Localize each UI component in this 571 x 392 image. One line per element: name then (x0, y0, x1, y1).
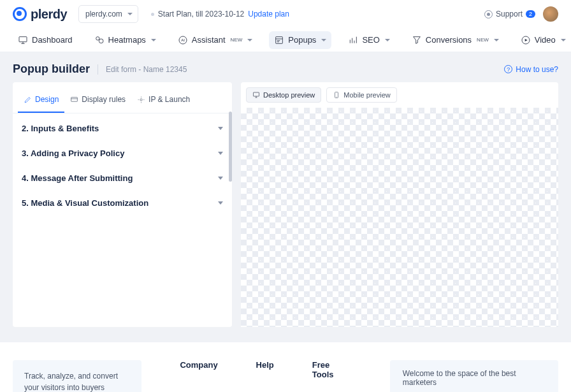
monitor-icon (18, 35, 28, 45)
footer-col-free-tools: Free Tools (312, 360, 352, 386)
footer-tagline: Track, analyze, and convert your visitor… (24, 372, 118, 392)
chevron-down-icon (218, 152, 223, 155)
update-plan-link[interactable]: Update plan (248, 10, 289, 18)
heatmap-icon (94, 35, 105, 45)
mobile-icon (333, 91, 340, 99)
footer-tagline-card: Track, analyze, and convert your visitor… (13, 360, 141, 392)
nav-assistant-badge: NEW (231, 37, 243, 43)
footer-promo: Welcome to the space of the best markete… (390, 360, 558, 392)
nav-video[interactable]: Video (516, 31, 571, 49)
svg-rect-7 (276, 36, 283, 43)
page-header: Popup builder Edit form - Name 12345 ? H… (13, 62, 558, 76)
domain-select-value: plerdy.com (85, 10, 122, 18)
brush-icon (24, 96, 32, 104)
nav-dashboard-label: Dashboard (32, 35, 73, 45)
svg-rect-20 (254, 92, 259, 96)
footer-free-tools-heading: Free Tools (312, 360, 352, 379)
footer: Track, analyze, and convert your visitor… (0, 342, 571, 392)
nav-conversions[interactable]: Conversions NEW (407, 31, 504, 49)
brand-logo[interactable]: plerdy (13, 7, 67, 22)
avatar[interactable] (543, 6, 558, 22)
video-icon (521, 35, 531, 45)
nav-conversions-label: Conversions (426, 35, 472, 45)
mobile-preview-label: Mobile preview (343, 91, 390, 99)
section-message-after-submitting[interactable]: 4. Message After Submitting (18, 166, 227, 191)
footer-col-company: Company (180, 360, 217, 376)
footer-company-heading: Company (180, 360, 217, 370)
how-to-use-link[interactable]: ? How to use? (504, 65, 558, 74)
support-link[interactable]: Support 2 (484, 10, 535, 18)
rules-icon (70, 96, 78, 104)
chevron-down-icon (151, 39, 156, 41)
breadcrumb: Edit form - Name 12345 (106, 65, 187, 74)
section-privacy-policy[interactable]: 3. Adding a Privacy Policy (18, 141, 227, 166)
popup-icon (274, 35, 284, 45)
preview-bar: Desktop preview Mobile preview (241, 82, 558, 108)
footer-col-help: Help (256, 360, 274, 376)
domain-select[interactable]: plerdy.com (78, 5, 138, 23)
divider (98, 64, 98, 75)
question-icon: ? (504, 65, 512, 73)
tab-design[interactable]: Design (18, 90, 64, 113)
section-inputs-benefits[interactable]: 2. Inputs & Benefits (18, 116, 227, 141)
page-title: Popup builder (13, 62, 90, 76)
nav-heatmaps[interactable]: Heatmaps (89, 31, 161, 49)
svg-point-4 (99, 39, 103, 43)
topbar-right: Support 2 (484, 6, 558, 22)
nav-heatmaps-label: Heatmaps (108, 35, 146, 45)
chevron-down-icon (385, 39, 390, 41)
section-label: 3. Adding a Privacy Policy (22, 149, 124, 158)
tab-design-label: Design (35, 95, 59, 104)
section-label: 2. Inputs & Benefits (22, 124, 99, 133)
desktop-icon (252, 91, 260, 99)
nav-popups-label: Popups (288, 35, 316, 45)
topbar: plerdy plerdy.com Start Plan, till 2023-… (0, 0, 571, 28)
mobile-preview-button[interactable]: Mobile preview (326, 87, 396, 103)
chevron-down-icon (247, 39, 252, 41)
nav-assistant[interactable]: AI Assistant NEW (173, 31, 257, 49)
desktop-preview-button[interactable]: Desktop preview (246, 87, 321, 103)
svg-text:AI: AI (181, 38, 185, 42)
workarea: Popup builder Edit form - Name 12345 ? H… (0, 52, 571, 342)
svg-rect-0 (19, 36, 27, 41)
nav-dashboard[interactable]: Dashboard (13, 31, 78, 49)
logo-icon (13, 7, 27, 21)
tab-ip-launch[interactable]: IP & Launch (131, 90, 196, 113)
nav-popups[interactable]: Popups (269, 31, 331, 49)
chevron-down-icon (218, 177, 223, 180)
tab-display-rules-label: Display rules (82, 95, 126, 104)
svg-point-3 (96, 36, 99, 40)
funnel-icon (412, 35, 422, 45)
ai-icon: AI (178, 35, 188, 45)
preview-panel: Desktop preview Mobile preview (241, 82, 558, 327)
section-media-visual[interactable]: 5. Media & Visual Customization (18, 191, 227, 215)
support-icon (484, 10, 493, 18)
brand-name: plerdy (31, 7, 67, 22)
panels: Design Display rules IP & Launch 2. Inpu… (13, 82, 558, 327)
chevron-down-icon (561, 39, 566, 41)
launch-icon (137, 96, 145, 104)
plan-text: Start Plan, till 2023-10-12 (158, 10, 244, 18)
nav-seo[interactable]: SEO (343, 31, 394, 49)
tab-display-rules[interactable]: Display rules (64, 90, 131, 113)
support-badge: 2 (526, 10, 535, 18)
support-label: Support (496, 10, 523, 18)
chevron-down-icon (218, 201, 223, 205)
desktop-preview-label: Desktop preview (263, 91, 315, 99)
chevron-down-icon (321, 39, 326, 41)
config-sections: 2. Inputs & Benefits 3. Adding a Privacy… (13, 113, 232, 218)
nav-seo-label: SEO (362, 35, 379, 45)
chevron-down-icon (494, 39, 499, 41)
scrollbar[interactable] (229, 112, 232, 182)
footer-promo-text: Welcome to the space of the best markete… (403, 369, 516, 387)
preview-canvas (241, 108, 558, 327)
config-panel: Design Display rules IP & Launch 2. Inpu… (13, 82, 232, 327)
seo-icon (348, 35, 358, 45)
section-label: 5. Media & Visual Customization (22, 198, 148, 208)
svg-point-19 (140, 98, 142, 100)
chevron-down-icon (218, 127, 223, 130)
main-nav: Dashboard Heatmaps AI Assistant NEW Popu… (0, 28, 571, 52)
plan-info: Start Plan, till 2023-10-12 Update plan (151, 10, 289, 18)
plan-status-dot-icon (151, 13, 154, 16)
tab-ip-launch-label: IP & Launch (148, 95, 190, 104)
